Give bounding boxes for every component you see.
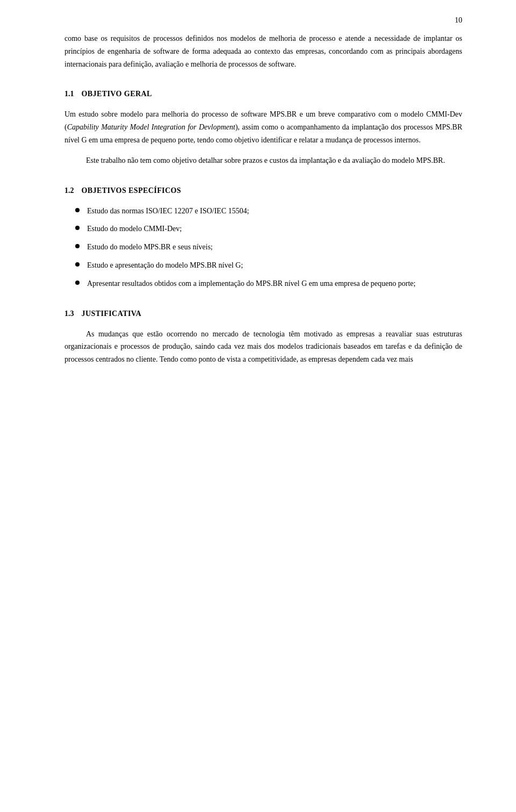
bullet-text: Apresentar resultados obtidos com a impl… <box>87 277 462 290</box>
bullet-text: Estudo do modelo CMMI-Dev; <box>87 222 462 235</box>
section-1-2-heading: 1.2 OBJETIVOS ESPECÍFICOS <box>64 186 462 195</box>
list-item: Estudo das normas ISO/IEC 12207 e ISO/IE… <box>75 205 462 218</box>
section-1-1-number: 1.1 <box>64 90 74 98</box>
bullet-list: Estudo das normas ISO/IEC 12207 e ISO/IE… <box>75 205 462 290</box>
section-1-2-number: 1.2 <box>64 186 74 195</box>
page-number: 10 <box>455 16 462 25</box>
list-item: Apresentar resultados obtidos com a impl… <box>75 277 462 290</box>
bullet-text: Estudo das normas ISO/IEC 12207 e ISO/IE… <box>87 205 462 218</box>
list-item: Estudo do modelo CMMI-Dev; <box>75 222 462 235</box>
bullet-text: Estudo do modelo MPS.BR e seus níveis; <box>87 241 462 254</box>
section-1-2-title: OBJETIVOS ESPECÍFICOS <box>82 186 182 195</box>
bullet-icon <box>75 244 80 248</box>
list-item: Estudo e apresentação do modelo MPS.BR n… <box>75 259 462 272</box>
bullet-icon <box>75 262 80 267</box>
section-1-1-para-2: Este trabalho não tem como objetivo deta… <box>64 154 462 167</box>
section-1-3-text: As mudanças que estão ocorrendo no merca… <box>64 330 462 364</box>
section-1-1-heading: 1.1 OBJETIVO GERAL <box>64 90 462 98</box>
section-1-3-number: 1.3 <box>64 310 74 318</box>
section-1-2-body: Estudo das normas ISO/IEC 12207 e ISO/IE… <box>64 205 462 290</box>
section-1-3-heading: 1.3 JUSTIFICATIVA <box>64 310 462 318</box>
section-1-3-title: JUSTIFICATIVA <box>82 310 142 318</box>
page: 10 como base os requisitos de processos … <box>0 0 516 812</box>
bullet-icon <box>75 226 80 230</box>
list-item: Estudo do modelo MPS.BR e seus níveis; <box>75 241 462 254</box>
section-1-1-title: OBJETIVO GERAL <box>82 90 152 98</box>
cmmi-italic: Capability Maturity Model Integration fo… <box>67 123 235 131</box>
bullet-icon <box>75 281 80 285</box>
bullet-text: Estudo e apresentação do modelo MPS.BR n… <box>87 259 462 272</box>
section-1-3-para-1: As mudanças que estão ocorrendo no merca… <box>64 328 462 366</box>
section-1-1-para-1: Um estudo sobre modelo para melhoria do … <box>64 108 462 146</box>
section-1-1-body: Um estudo sobre modelo para melhoria do … <box>64 108 462 167</box>
intro-paragraph: como base os requisitos de processos def… <box>64 32 462 70</box>
bullet-icon <box>75 208 80 212</box>
section-1-3-body: As mudanças que estão ocorrendo no merca… <box>64 328 462 366</box>
intro-text: como base os requisitos de processos def… <box>64 34 462 68</box>
